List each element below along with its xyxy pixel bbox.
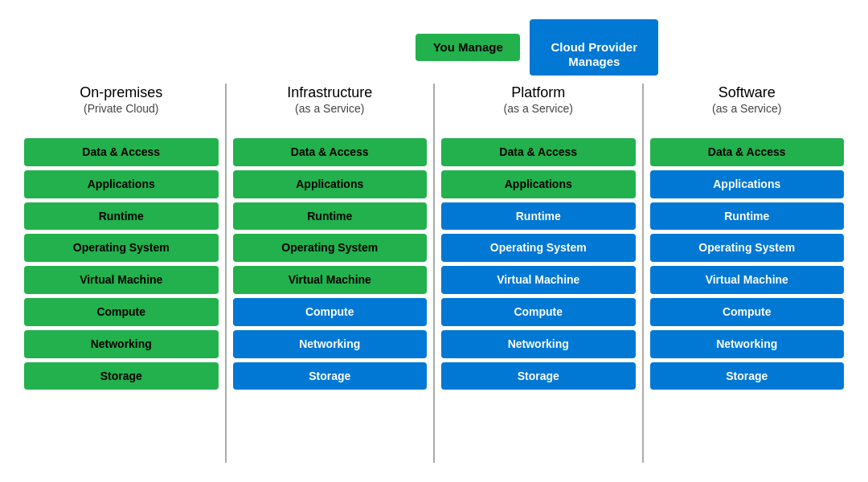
stack-saas: Data & AccessApplicationsRuntimeOperatin… <box>650 138 845 390</box>
stack-item: Storage <box>441 362 636 390</box>
stack-item: Data & Access <box>233 138 428 166</box>
stack-item: Applications <box>24 170 219 198</box>
stack-item: Networking <box>233 330 428 358</box>
column-title-iaas: Infrastructure <box>287 84 372 102</box>
divider-2 <box>433 84 435 463</box>
stack-on-premises: Data & AccessApplicationsRuntimeOperatin… <box>24 138 219 390</box>
stack-item: Data & Access <box>24 138 219 166</box>
stack-item: Runtime <box>233 202 428 231</box>
stack-item: Operating System <box>233 234 428 262</box>
stack-item: Compute <box>24 298 219 326</box>
stack-item: Data & Access <box>441 138 636 166</box>
stack-item: Compute <box>441 298 636 326</box>
stack-item: Operating System <box>24 234 219 262</box>
stack-item: Storage <box>24 362 219 390</box>
stack-item: Networking <box>650 330 845 358</box>
stack-item: Runtime <box>441 202 636 231</box>
stack-item: Virtual Machine <box>441 266 636 294</box>
column-title-paas: Platform <box>504 84 573 102</box>
column-title-saas: Software <box>712 84 781 102</box>
column-subtitle-paas: (as a Service) <box>504 102 573 115</box>
stack-item: Networking <box>24 330 219 358</box>
stack-item: Runtime <box>650 202 845 231</box>
stack-item: Storage <box>233 362 428 390</box>
column-subtitle-saas: (as a Service) <box>712 102 781 115</box>
stack-item: Virtual Machine <box>24 266 219 294</box>
you-manage-badge: You Manage <box>416 34 520 61</box>
column-header-saas: Software (as a Service) <box>712 84 781 132</box>
column-subtitle-iaas: (as a Service) <box>287 102 372 115</box>
column-paas: Platform (as a Service) Data & AccessApp… <box>436 84 641 463</box>
stack-item: Operating System <box>441 234 636 262</box>
stack-item: Applications <box>233 170 428 198</box>
divider-3 <box>642 84 644 463</box>
stack-item: Applications <box>650 170 845 198</box>
stack-item: Compute <box>233 298 428 326</box>
column-saas: Software (as a Service) Data & AccessApp… <box>645 84 850 463</box>
column-subtitle-on-premises: (Private Cloud) <box>80 102 162 115</box>
column-header-iaas: Infrastructure (as a Service) <box>287 84 372 132</box>
column-title-on-premises: On-premises <box>80 84 162 102</box>
column-header-on-premises: On-premises (Private Cloud) <box>80 84 162 132</box>
stack-item: Storage <box>650 362 845 390</box>
stack-item: Applications <box>441 170 636 198</box>
column-on-premises: On-premises (Private Cloud) Data & Acces… <box>19 84 223 463</box>
stack-item: Virtual Machine <box>233 266 428 294</box>
stack-item: Runtime <box>24 202 219 231</box>
stack-item: Compute <box>650 298 845 326</box>
stack-item: Operating System <box>650 234 845 262</box>
divider-1 <box>225 84 227 463</box>
stack-iaas: Data & AccessApplicationsRuntimeOperatin… <box>233 138 428 390</box>
stack-item: Networking <box>441 330 636 358</box>
stack-item: Virtual Machine <box>650 266 845 294</box>
stack-item: Data & Access <box>650 138 845 166</box>
column-header-paas: Platform (as a Service) <box>504 84 573 132</box>
column-iaas: Infrastructure (as a Service) Data & Acc… <box>228 84 432 463</box>
cloud-manages-badge: Cloud ProviderManages <box>530 19 658 76</box>
stack-paas: Data & AccessApplicationsRuntimeOperatin… <box>441 138 636 390</box>
